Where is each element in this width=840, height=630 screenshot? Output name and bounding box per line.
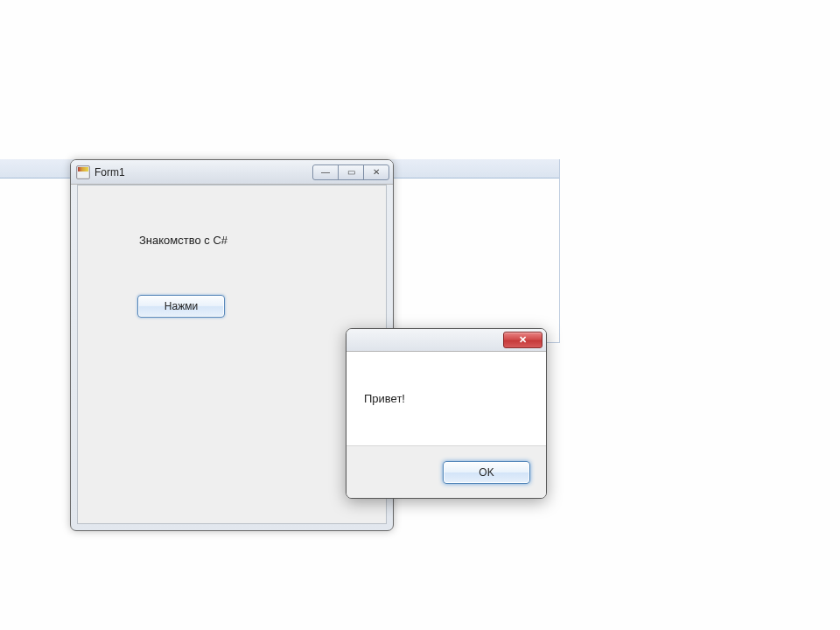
messagebox-button-row: OK — [346, 447, 546, 498]
form1-client-area: Знакомство с C# Нажми — [77, 185, 387, 524]
messagebox-content: Привет! — [346, 352, 546, 446]
press-me-button[interactable]: Нажми — [137, 295, 225, 318]
form1-titlebar[interactable]: Form1 — ▭ ✕ — [71, 160, 393, 185]
form1-title: Form1 — [94, 166, 125, 178]
background-panel-edge — [425, 159, 560, 343]
ok-button[interactable]: OK — [443, 461, 530, 484]
messagebox-close-button[interactable]: ✕ — [503, 332, 542, 348]
close-icon: ✕ — [519, 334, 527, 346]
app-icon — [76, 165, 90, 179]
messagebox-window: ✕ Привет! OK — [346, 328, 547, 499]
window-controls: — ▭ ✕ — [313, 164, 389, 180]
close-button[interactable]: ✕ — [363, 164, 389, 180]
intro-label: Знакомство с C# — [139, 234, 228, 247]
background-margin — [60, 175, 68, 368]
messagebox-titlebar[interactable]: ✕ — [346, 329, 546, 352]
maximize-button[interactable]: ▭ — [338, 164, 364, 180]
messagebox-text: Привет! — [364, 392, 405, 405]
minimize-button[interactable]: — — [312, 164, 339, 180]
